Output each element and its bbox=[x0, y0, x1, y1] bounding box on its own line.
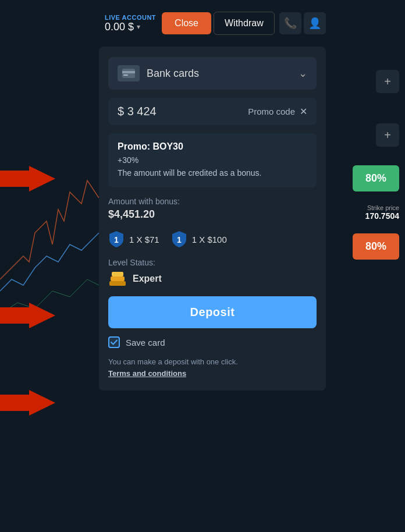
card-label: Bank cards bbox=[147, 68, 199, 80]
svg-rect-2 bbox=[123, 75, 128, 76]
svg-rect-6 bbox=[111, 276, 125, 281]
percent-orange: 80% bbox=[353, 233, 399, 260]
arrow-promo bbox=[29, 166, 55, 191]
terms-text: You can make a deposit with one click. bbox=[108, 356, 317, 368]
level-label: Level Status: bbox=[108, 258, 317, 267]
svg-text:1: 1 bbox=[114, 235, 119, 244]
svg-rect-1 bbox=[122, 71, 135, 73]
header: LIVE ACCOUNT 0.00 $ ▾ Close Withdraw 📞 👤 bbox=[0, 0, 405, 47]
save-card-checkbox[interactable] bbox=[108, 336, 120, 348]
reward-text-2: 1 X $100 bbox=[192, 235, 227, 244]
save-card-row: Save card bbox=[108, 336, 317, 348]
terms-section: You can make a deposit with one click. T… bbox=[108, 356, 317, 379]
bonus-amount: $4,451.20 bbox=[108, 208, 317, 221]
card-chevron-icon: ⌄ bbox=[299, 67, 307, 80]
card-icon bbox=[118, 65, 140, 81]
live-account-amount: 0.00 $ ▾ bbox=[105, 21, 140, 33]
rewards-row: 1 1 X $71 1 1 X $100 bbox=[108, 230, 317, 249]
chart-background bbox=[0, 47, 99, 396]
strike-section: Strike price 170.7504 bbox=[365, 204, 399, 221]
shield-icon-1: 1 bbox=[108, 230, 125, 249]
promo-title: Promo: BOY30 bbox=[118, 141, 307, 152]
close-button[interactable]: Close bbox=[162, 12, 211, 34]
bonus-label: Amount with bonus: bbox=[108, 197, 317, 206]
promo-group: Promo code ✕ bbox=[248, 106, 307, 117]
bonus-section: Amount with bonus: $4,451.20 bbox=[108, 196, 317, 222]
percent-green: 80% bbox=[353, 165, 399, 191]
reward-item-2[interactable]: 1 1 X $100 bbox=[171, 230, 227, 249]
reward-text-1: 1 X $71 bbox=[129, 235, 159, 244]
phone-icon[interactable]: 📞 bbox=[279, 12, 301, 34]
svg-rect-5 bbox=[109, 281, 126, 286]
deposit-modal: Bank cards ⌄ $ 3 424 Promo code ✕ Promo:… bbox=[99, 47, 326, 391]
promo-close-icon[interactable]: ✕ bbox=[300, 106, 307, 117]
save-card-label: Save card bbox=[126, 338, 165, 347]
strike-label: Strike price bbox=[365, 204, 399, 211]
arrow-reward bbox=[29, 303, 55, 328]
level-row: Expert bbox=[108, 271, 317, 287]
amount-row: $ 3 424 Promo code ✕ bbox=[108, 98, 317, 125]
promo-info-box: Promo: BOY30 +30% The amount will be cre… bbox=[108, 133, 317, 187]
plus-button-1[interactable]: + bbox=[376, 70, 399, 93]
chevron-down-icon[interactable]: ▾ bbox=[137, 23, 140, 31]
level-name: Expert bbox=[133, 274, 162, 284]
plus-button-2[interactable]: + bbox=[376, 123, 399, 147]
card-selector[interactable]: Bank cards ⌄ bbox=[108, 57, 317, 90]
promo-percent: +30% bbox=[118, 155, 307, 165]
live-account-section: LIVE ACCOUNT 0.00 $ ▾ bbox=[105, 14, 156, 33]
svg-text:1: 1 bbox=[177, 235, 182, 244]
promo-description: The amount will be credited as a bonus. bbox=[118, 167, 307, 179]
strike-value: 170.7504 bbox=[365, 211, 399, 221]
deposit-button[interactable]: Deposit bbox=[108, 296, 317, 328]
terms-link[interactable]: Terms and conditions bbox=[108, 369, 186, 378]
arrow-deposit bbox=[29, 390, 55, 416]
expert-level-icon bbox=[108, 271, 127, 287]
withdraw-button[interactable]: Withdraw bbox=[214, 12, 275, 35]
live-account-label: LIVE ACCOUNT bbox=[105, 14, 156, 21]
shield-icon-2: 1 bbox=[171, 230, 187, 249]
promo-code-label: Promo code bbox=[248, 107, 295, 116]
level-section: Level Status: Expert bbox=[108, 257, 317, 288]
card-selector-left: Bank cards bbox=[118, 65, 199, 81]
svg-rect-7 bbox=[112, 272, 123, 276]
reward-item-1[interactable]: 1 1 X $71 bbox=[108, 230, 159, 249]
user-icon[interactable]: 👤 bbox=[304, 12, 326, 34]
amount-value[interactable]: $ 3 424 bbox=[118, 105, 157, 118]
